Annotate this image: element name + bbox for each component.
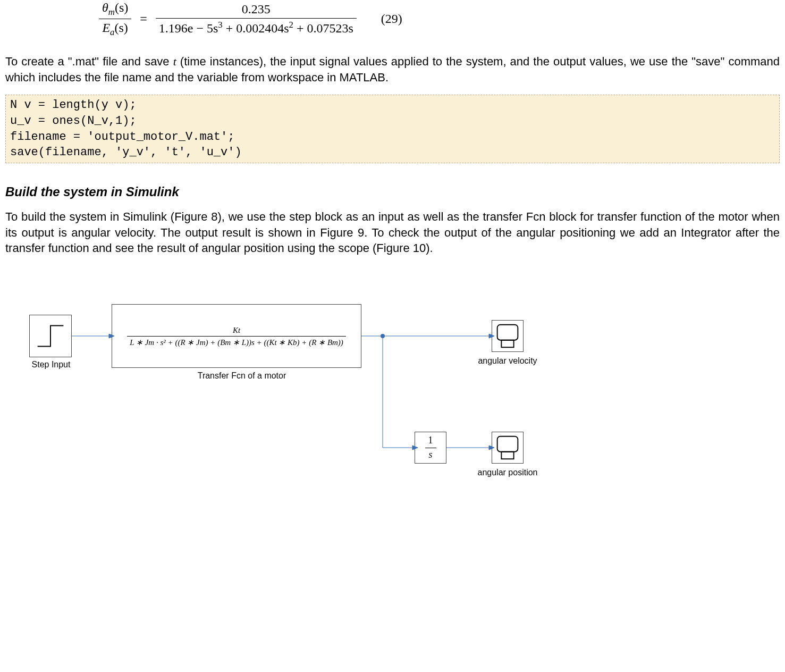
rhs-den-exp2: 2 xyxy=(289,20,293,30)
equation-29: θm(s) Ea(s) = 0.235 1.196e − 5s3 + 0.002… xyxy=(96,0,780,38)
tf-denominator: L ∗ Jm · s² + ((R ∗ Jm) + (Bm ∗ L))s + (… xyxy=(127,337,346,348)
wire-integrator-to-scope2 xyxy=(446,446,494,451)
transfer-fcn-label: Transfer Fcn of a motor xyxy=(189,371,295,381)
integrator-block: 1 s xyxy=(415,432,446,464)
code-line-1: N v = length(y v); xyxy=(10,98,137,112)
code-line-4: save(filename, 'y_v', 't', 'u_v') xyxy=(10,146,242,159)
matlab-code-block: N v = length(y v); u_v = ones(N_v,1); fi… xyxy=(5,95,780,163)
lhs-num-sub: m xyxy=(108,7,115,17)
subheading-build-simulink: Build the system in Simulink xyxy=(5,184,780,199)
equation-body: θm(s) Ea(s) = 0.235 1.196e − 5s3 + 0.002… xyxy=(96,0,360,38)
lhs-num-arg: (s) xyxy=(115,1,128,14)
integrator-num: 1 xyxy=(425,435,436,448)
scope-angular-position-label: angular position xyxy=(473,468,542,477)
para1-a: To create a ".mat" file and save xyxy=(5,55,173,68)
svg-marker-5 xyxy=(109,334,114,338)
integrator-den: s xyxy=(425,448,436,461)
wire-tf-out xyxy=(361,334,383,339)
scope-angular-velocity-label: angular velocity xyxy=(473,356,542,366)
rhs-fraction: 0.235 1.196e − 5s3 + 0.002404s2 + 0.0752… xyxy=(156,2,357,36)
scope-icon xyxy=(492,432,523,463)
simulink-diagram: Step Input Kt L ∗ Jm · s² + ((R ∗ Jm) + … xyxy=(19,288,566,517)
scope-angular-position-block xyxy=(492,432,524,464)
svg-rect-2 xyxy=(497,436,518,452)
wire-step-to-tf xyxy=(72,334,114,339)
svg-rect-1 xyxy=(501,340,513,348)
tf-numerator: Kt xyxy=(127,324,346,337)
svg-marker-13 xyxy=(489,446,494,450)
svg-rect-0 xyxy=(497,325,518,340)
svg-marker-8 xyxy=(489,334,494,338)
code-line-2: u_v = ones(N_v,1); xyxy=(10,114,137,128)
rhs-num: 0.235 xyxy=(156,2,357,19)
lhs-num-var: θ xyxy=(102,1,108,14)
wire-to-integrator xyxy=(381,336,418,450)
rhs-den-c: + 0.07523s xyxy=(293,21,353,35)
lhs-den-arg: (s) xyxy=(114,21,128,35)
scope-angular-velocity-block xyxy=(492,320,524,352)
svg-marker-11 xyxy=(412,446,418,450)
tf-fraction: Kt L ∗ Jm · s² + ((R ∗ Jm) + (Bm ∗ L))s … xyxy=(127,324,346,348)
step-input-label: Step Input xyxy=(27,360,75,369)
rhs-den-a: 1.196e − 5s xyxy=(159,21,218,35)
transfer-fcn-block: Kt L ∗ Jm · s² + ((R ∗ Jm) + (Bm ∗ L))s … xyxy=(112,304,361,368)
lhs-fraction: θm(s) Ea(s) xyxy=(99,0,131,38)
rhs-den-exp1: 3 xyxy=(218,20,222,30)
svg-rect-3 xyxy=(501,452,513,459)
equals-sign: = xyxy=(140,12,147,26)
paragraph-save-mat: To create a ".mat" file and save t (time… xyxy=(5,54,780,85)
paragraph-simulink: To build the system in Simulink (Figure … xyxy=(5,209,780,256)
rhs-den-b: + 0.002404s xyxy=(223,21,289,35)
step-icon xyxy=(30,315,71,357)
scope-icon xyxy=(492,321,523,351)
integrator-fraction: 1 s xyxy=(425,435,436,460)
lhs-den-var: E xyxy=(102,21,110,35)
equation-number: (29) xyxy=(381,12,402,26)
code-line-3: filename = 'output_motor_V.mat'; xyxy=(10,130,234,144)
step-input-block xyxy=(29,315,72,357)
